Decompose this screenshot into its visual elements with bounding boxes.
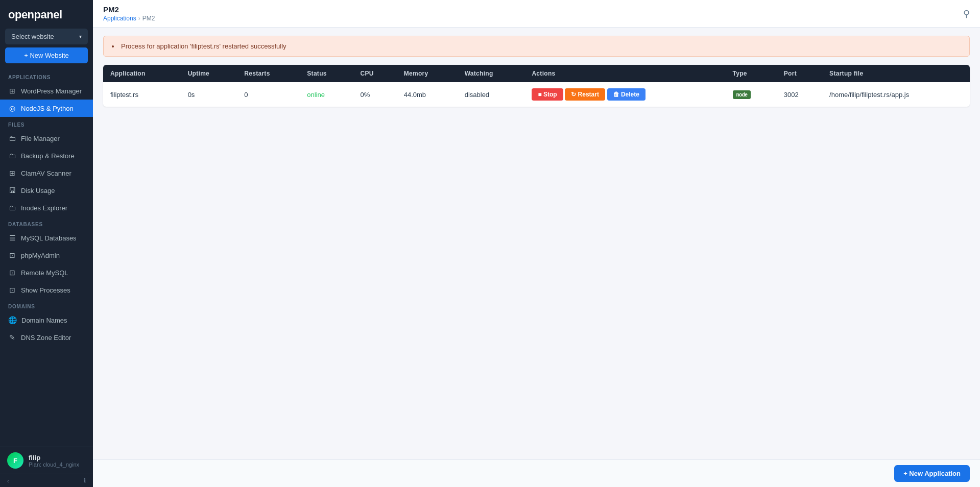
- table-body: filiptest.rs0s0online0%44.0mbdisabled ■ …: [103, 82, 970, 107]
- status-badge: online: [307, 91, 325, 99]
- alert-message: Process for application 'filiptest.rs' r…: [112, 42, 961, 50]
- content-area: Process for application 'filiptest.rs' r…: [93, 28, 980, 459]
- col-cpu: CPU: [353, 65, 397, 82]
- main-content: PM2 Applications › PM2 ⚲ Process for app…: [93, 0, 980, 487]
- avatar: f: [7, 452, 23, 469]
- sidebar-bottom-bar: ‹ ℹ: [0, 474, 93, 487]
- col-memory: Memory: [397, 65, 458, 82]
- table-row: filiptest.rs0s0online0%44.0mbdisabled ■ …: [103, 82, 970, 107]
- col-startup-file: Startup file: [822, 65, 970, 82]
- backup-restore-label: Backup & Restore: [21, 152, 75, 160]
- app-status[interactable]: online: [300, 82, 353, 107]
- sidebar-item-remote-mysql[interactable]: ⊡Remote MySQL: [0, 264, 93, 281]
- app-memory: 44.0mb: [397, 82, 458, 107]
- app-port: 3002: [777, 82, 822, 107]
- sidebar-section-label-files: Files: [0, 117, 93, 130]
- sidebar-item-domain-names[interactable]: 🌐Domain Names: [0, 311, 93, 329]
- remote-mysql-label: Remote MySQL: [21, 269, 68, 277]
- new-application-button[interactable]: + New Application: [894, 465, 970, 482]
- footer-bar: + New Application: [93, 459, 980, 487]
- select-website-dropdown[interactable]: Select website ▾: [5, 29, 88, 44]
- avatar-letter: f: [13, 457, 17, 465]
- clamav-scanner-icon: ⊞: [8, 169, 16, 177]
- col-type: Type: [726, 65, 777, 82]
- nodejs-python-icon: ◎: [8, 104, 16, 112]
- app-startup-file: /home/filip/filiptest.rs/app.js: [822, 82, 970, 107]
- restart-button[interactable]: ↻ Restart: [565, 88, 605, 101]
- app-actions[interactable]: ■ Stop ↻ Restart 🗑 Delete: [524, 82, 725, 107]
- sidebar-item-mysql-databases[interactable]: ☰MySQL Databases: [0, 229, 93, 247]
- app-type[interactable]: node: [726, 82, 777, 107]
- inodes-explorer-label: Inodes Explorer: [21, 204, 67, 212]
- col-restarts: Restarts: [237, 65, 300, 82]
- sidebar-logo: openpanel: [0, 0, 93, 29]
- phpmyadmin-icon: ⊡: [8, 251, 16, 259]
- new-website-button[interactable]: + New Website: [5, 47, 88, 63]
- breadcrumb-separator: ›: [138, 15, 140, 22]
- username: filip: [29, 454, 79, 461]
- col-status: Status: [300, 65, 353, 82]
- info-icon: ℹ: [84, 477, 86, 484]
- delete-button[interactable]: 🗑 Delete: [607, 88, 646, 101]
- sidebar-section-label-applications: Applications: [0, 69, 93, 82]
- app-restarts: 0: [237, 82, 300, 107]
- app-name: filiptest.rs: [103, 82, 181, 107]
- page-header: PM2 Applications › PM2 ⚲: [93, 0, 980, 28]
- sidebar-item-inodes-explorer[interactable]: 🗀Inodes Explorer: [0, 199, 93, 216]
- sidebar-item-wordpress-manager[interactable]: ⊞WordPress Manager: [0, 82, 93, 100]
- remote-mysql-icon: ⊡: [8, 269, 16, 277]
- clamav-scanner-label: ClamAV Scanner: [21, 169, 71, 177]
- node-logo: node: [733, 90, 751, 99]
- sidebar-item-show-processes[interactable]: ⊡Show Processes: [0, 281, 93, 299]
- mysql-databases-label: MySQL Databases: [21, 234, 77, 242]
- sidebar-item-clamav-scanner[interactable]: ⊞ClamAV Scanner: [0, 164, 93, 182]
- alert-banner: Process for application 'filiptest.rs' r…: [103, 36, 970, 57]
- breadcrumb-applications[interactable]: Applications: [103, 15, 136, 22]
- file-manager-label: File Manager: [21, 135, 60, 142]
- search-icon[interactable]: ⚲: [963, 8, 970, 19]
- mysql-databases-icon: ☰: [8, 234, 16, 242]
- col-watching: Watching: [458, 65, 525, 82]
- applications-table: ApplicationUptimeRestartsStatusCPUMemory…: [103, 65, 970, 107]
- wordpress-manager-icon: ⊞: [8, 87, 16, 95]
- col-actions: Actions: [524, 65, 725, 82]
- chevron-down-icon: ▾: [79, 34, 82, 39]
- stop-button[interactable]: ■ Stop: [532, 88, 563, 101]
- nodejs-python-label: NodeJS & Python: [21, 105, 74, 112]
- col-port: Port: [777, 65, 822, 82]
- file-manager-icon: 🗀: [8, 134, 16, 142]
- sidebar-item-disk-usage[interactable]: 🖫Disk Usage: [0, 182, 93, 199]
- sidebar-item-nodejs-python[interactable]: ◎NodeJS & Python: [0, 100, 93, 117]
- sidebar-item-dns-zone-editor[interactable]: ✎DNS Zone Editor: [0, 329, 93, 346]
- disk-usage-label: Disk Usage: [21, 187, 55, 194]
- sidebar-section-label-databases: Databases: [0, 216, 93, 229]
- sidebar: openpanel Select website ▾ + New Website…: [0, 0, 93, 487]
- dns-zone-editor-icon: ✎: [8, 333, 16, 342]
- sidebar-section-label-domains: Domains: [0, 299, 93, 311]
- sidebar-item-phpmyadmin[interactable]: ⊡phpMyAdmin: [0, 247, 93, 264]
- breadcrumb: Applications › PM2: [103, 15, 155, 22]
- col-uptime: Uptime: [181, 65, 237, 82]
- inodes-explorer-icon: 🗀: [8, 204, 16, 212]
- sidebar-item-backup-restore[interactable]: 🗀Backup & Restore: [0, 147, 93, 164]
- show-processes-label: Show Processes: [21, 286, 70, 294]
- app-uptime: 0s: [181, 82, 237, 107]
- select-website-label: Select website: [11, 33, 54, 40]
- backup-restore-icon: 🗀: [8, 152, 16, 160]
- domain-names-icon: 🌐: [8, 316, 17, 324]
- domain-names-label: Domain Names: [21, 316, 67, 324]
- col-application: Application: [103, 65, 181, 82]
- header-left: PM2 Applications › PM2: [103, 5, 155, 22]
- sidebar-footer: f filip Plan: cloud_4_nginx: [0, 447, 93, 474]
- breadcrumb-current: PM2: [142, 15, 155, 22]
- user-info: filip Plan: cloud_4_nginx: [29, 454, 79, 468]
- page-title: PM2: [103, 5, 155, 14]
- wordpress-manager-label: WordPress Manager: [21, 87, 82, 95]
- sidebar-item-file-manager[interactable]: 🗀File Manager: [0, 130, 93, 147]
- table-header: ApplicationUptimeRestartsStatusCPUMemory…: [103, 65, 970, 82]
- show-processes-icon: ⊡: [8, 286, 16, 294]
- dns-zone-editor-label: DNS Zone Editor: [21, 334, 71, 342]
- collapse-icon[interactable]: ‹: [7, 478, 9, 484]
- user-plan: Plan: cloud_4_nginx: [29, 461, 79, 468]
- app-cpu: 0%: [353, 82, 397, 107]
